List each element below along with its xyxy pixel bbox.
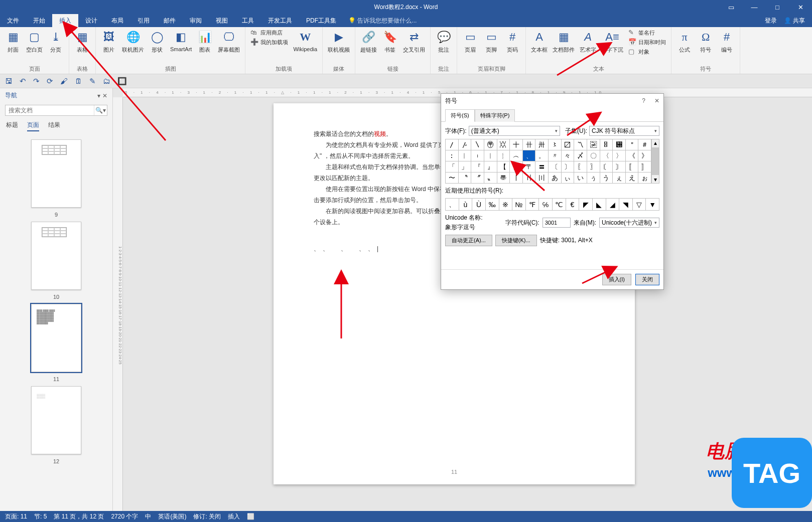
- symbol-cell[interactable]: 〞: [471, 172, 484, 184]
- symbol-cell[interactable]: ぅ: [587, 172, 600, 184]
- shortcut-button[interactable]: 快捷键(K)...: [495, 235, 537, 246]
- recent-symbol-cell[interactable]: ℉: [526, 199, 539, 211]
- symbol-cell[interactable]: 〶: [484, 139, 497, 150]
- symbol-cell[interactable]: ︰: [446, 150, 459, 161]
- recent-symbol-cell[interactable]: ù: [459, 199, 473, 211]
- symbol-cell[interactable]: い: [574, 172, 587, 184]
- symbol-cell[interactable]: 〽: [574, 139, 587, 150]
- maximize-button[interactable]: □: [766, 0, 789, 14]
- online-video-button[interactable]: ▶联机视频: [326, 28, 352, 55]
- thumb-10[interactable]: [31, 222, 81, 290]
- recent-symbol-cell[interactable]: ▽: [633, 199, 646, 211]
- from-combo[interactable]: Unicode(十六进制)▾: [599, 218, 659, 228]
- datetime-button[interactable]: 📅日期和时间: [626, 38, 668, 47]
- status-page-of[interactable]: 第 11 页，共 12 页: [54, 512, 104, 521]
- recent-symbol-cell[interactable]: ◥: [619, 199, 633, 211]
- my-addins-button[interactable]: ➕我的加载项: [248, 38, 290, 47]
- login-link[interactable]: 登录: [765, 17, 777, 25]
- symbol-cell[interactable]: 「: [446, 161, 459, 172]
- tell-me[interactable]: 💡 告诉我您想要做什么...: [348, 14, 417, 27]
- nav-tab-results[interactable]: 结果: [48, 121, 60, 131]
- page-break-button[interactable]: ⤓分页: [46, 28, 66, 55]
- symbol-cell[interactable]: 〻: [549, 139, 562, 150]
- charcode-input[interactable]: [543, 218, 571, 228]
- thumb-11[interactable]: ████ ████ ██████████████████████████████…: [31, 304, 81, 372]
- wikipedia-button[interactable]: WWikipedia: [291, 28, 319, 53]
- symbol-cell[interactable]: ぉ: [638, 172, 651, 184]
- autocorrect-button[interactable]: 自动更正(A)...: [445, 235, 492, 246]
- symbol-cell[interactable]: 、: [523, 150, 536, 161]
- symbol-cell[interactable]: 〉: [613, 150, 626, 161]
- symbol-cell[interactable]: 〴: [459, 139, 472, 150]
- symbol-cell[interactable]: ぇ: [613, 172, 626, 184]
- symbol-cell[interactable]: 。: [535, 150, 549, 161]
- symbol-cell[interactable]: ︴: [497, 150, 510, 161]
- close-dialog-button[interactable]: 关闭: [635, 274, 659, 285]
- comment-button[interactable]: 💬批注: [434, 28, 454, 55]
- grid-scrollbar[interactable]: ▴▾: [651, 139, 659, 184]
- recent-symbol-cell[interactable]: ◢: [606, 199, 620, 211]
- symbol-cell[interactable]: 〿: [600, 139, 613, 150]
- symbol-cell[interactable]: 『: [471, 161, 484, 172]
- symbol-cell[interactable]: 〃: [549, 150, 562, 161]
- symbol-cell[interactable]: え: [626, 172, 639, 184]
- chart-button[interactable]: 📊图表: [195, 28, 215, 55]
- symbol-cell[interactable]: ぃ: [562, 172, 575, 184]
- equation-button[interactable]: π公式: [674, 28, 695, 55]
- symbol-cell[interactable]: 』: [484, 161, 497, 172]
- symbol-cell[interactable]: 【: [497, 161, 510, 172]
- tab-view[interactable]: 视图: [209, 14, 235, 27]
- symbol-button[interactable]: Ω符号: [696, 28, 716, 55]
- status-lang[interactable]: 英语(美国): [158, 512, 186, 521]
- symbol-cell[interactable]: ︲: [471, 150, 484, 161]
- recent-symbol-cell[interactable]: ‰: [486, 199, 499, 211]
- qat-refresh[interactable]: ⟳: [47, 77, 53, 86]
- symbol-cell[interactable]: 〔: [549, 161, 562, 172]
- object-button[interactable]: ▢对象: [626, 47, 668, 56]
- symbol-cell[interactable]: ＃: [638, 139, 651, 150]
- recent-symbol-cell[interactable]: №: [512, 199, 526, 211]
- crossref-button[interactable]: ⇄交叉引用: [401, 28, 427, 55]
- symbol-cell[interactable]: ︵: [510, 150, 523, 161]
- symbol-cell[interactable]: ︱: [459, 150, 472, 161]
- bookmark-button[interactable]: 🔖书签: [380, 28, 400, 55]
- symbol-cell[interactable]: 》: [638, 150, 651, 161]
- symbol-cell[interactable]: 〟: [484, 172, 497, 184]
- status-wordcount[interactable]: 2720 个字: [111, 512, 138, 521]
- symbol-cell[interactable]: 〷: [497, 139, 510, 150]
- tab-review[interactable]: 审阅: [183, 14, 209, 27]
- pagenum-button[interactable]: #页码: [502, 28, 522, 55]
- tab-tools[interactable]: 工具: [235, 14, 261, 27]
- symbol-cell[interactable]: 〈: [600, 150, 613, 161]
- symbol-cell[interactable]: 〵: [471, 139, 484, 150]
- recent-symbol-cell[interactable]: ▼: [646, 199, 659, 211]
- symbol-cell[interactable]: 〺: [535, 139, 549, 150]
- tab-file[interactable]: 文件: [0, 14, 26, 27]
- vertical-ruler[interactable]: 1·2·3·4·5·6·7·8·9·10·11·12·13·14·15·16·1…: [113, 97, 123, 511]
- symbol-cell[interactable]: 〘: [600, 161, 613, 172]
- qat-undo[interactable]: ↶: [20, 77, 26, 86]
- store-button[interactable]: 🛍应用商店: [248, 28, 290, 37]
- tab-developer[interactable]: 开发工具: [261, 14, 299, 27]
- symbol-cell[interactable]: 〆: [574, 150, 587, 161]
- dialog-titlebar[interactable]: 符号 ? ✕: [441, 94, 663, 108]
- recent-symbol-cell[interactable]: ◣: [593, 199, 606, 211]
- symbol-cell[interactable]: 〝: [459, 172, 472, 184]
- dialog-help-icon[interactable]: ?: [642, 97, 645, 104]
- font-combo[interactable]: (普通文本)▾: [469, 126, 560, 136]
- status-macro[interactable]: ⬜: [247, 513, 254, 520]
- symbol-cell[interactable]: 〹: [523, 139, 536, 150]
- symbol-cell[interactable]: 〖: [574, 161, 587, 172]
- symbol-cell[interactable]: 〠: [497, 172, 510, 184]
- symbol-cell[interactable]: 々: [562, 150, 575, 161]
- symbol-cell[interactable]: 〙: [613, 161, 626, 172]
- tab-home[interactable]: 开始: [26, 14, 52, 27]
- qat-save[interactable]: 🖫: [5, 77, 13, 85]
- symbol-cell[interactable]: 〜: [446, 172, 459, 184]
- signature-button[interactable]: ✎签名行: [626, 28, 668, 37]
- thumb-12[interactable]: ░░░░░░░░░░░░: [31, 386, 81, 454]
- hyperlink-button[interactable]: 🔗超链接: [358, 28, 379, 55]
- screenshot-button[interactable]: 🖵屏幕截图: [216, 28, 242, 55]
- recent-symbol-cell[interactable]: Ù: [472, 199, 486, 211]
- symbol-cell[interactable]: 《: [626, 150, 639, 161]
